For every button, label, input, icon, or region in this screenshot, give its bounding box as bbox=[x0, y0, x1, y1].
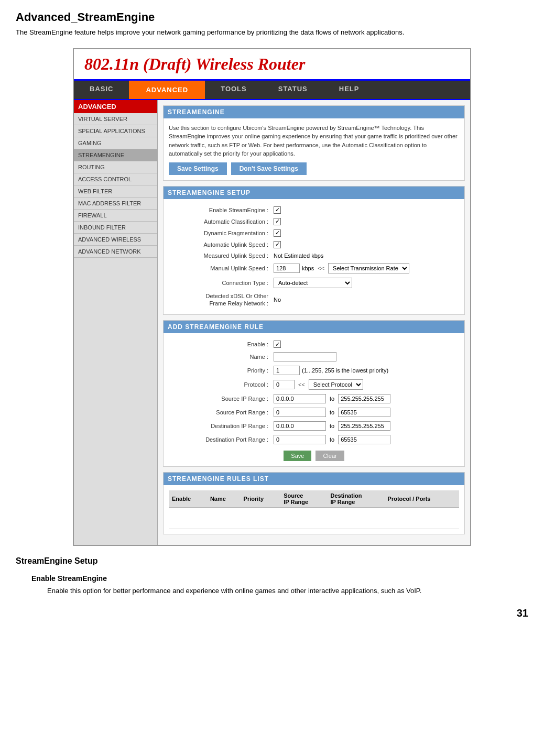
col-enable: Enable bbox=[169, 490, 207, 508]
measured-uplink-speed-text: Not Estimated kbps bbox=[274, 253, 323, 259]
sidebar-item-routing[interactable]: ROUTING bbox=[74, 161, 157, 173]
nav-help[interactable]: HELP bbox=[323, 81, 375, 99]
dest-ip-from-input[interactable] bbox=[274, 421, 326, 431]
rule-btn-row: Save Clear bbox=[169, 451, 459, 461]
sidebar-item-streamengine[interactable]: STREAMENGINE bbox=[74, 149, 157, 161]
rule-protocol-value: << Select Protocol bbox=[274, 379, 459, 390]
rule-enable-value bbox=[274, 341, 459, 348]
page-description: The StreamEngine feature helps improve y… bbox=[16, 27, 528, 38]
measured-uplink-speed-value: Not Estimated kbps bbox=[274, 253, 459, 259]
sidebar-item-advanced-wireless[interactable]: ADVANCED WIRELESS bbox=[74, 234, 157, 246]
transmission-rate-select[interactable]: Select Transmission Rate bbox=[328, 263, 409, 273]
nav-advanced[interactable]: ADVANCED bbox=[129, 81, 205, 99]
dest-ip-range-label: Destination IP Range : bbox=[169, 423, 274, 429]
enable-streamengine-value bbox=[274, 206, 459, 214]
detected-xdsl-label: Detected xDSL Or OtherFrame Relay Networ… bbox=[169, 292, 274, 308]
rule-enable-label: Enable : bbox=[169, 341, 274, 347]
setup-section: STREAMENGINE SETUP Enable StreamEngine :… bbox=[163, 186, 465, 315]
router-brand: 802.11n (Draft) Wireless Router bbox=[84, 54, 460, 74]
subsection-subtitle: Enable StreamEngine bbox=[31, 574, 528, 583]
source-ip-to-input[interactable] bbox=[338, 394, 390, 403]
auto-uplink-speed-checkbox[interactable] bbox=[274, 241, 281, 248]
main-layout: ADVANCED VIRTUAL SERVER SPECIAL APPLICAT… bbox=[74, 100, 470, 545]
source-port-range-label: Source Port Range : bbox=[169, 409, 274, 415]
save-settings-button[interactable]: Save Settings bbox=[169, 162, 227, 175]
nav-bar: BASIC ADVANCED TOOLS STATUS HELP bbox=[74, 81, 470, 100]
dest-port-to-input[interactable] bbox=[338, 435, 390, 444]
sidebar-item-web-filter[interactable]: WEB FILTER bbox=[74, 185, 157, 198]
sidebar-header: ADVANCED bbox=[74, 100, 157, 113]
rule-clear-button[interactable]: Clear bbox=[315, 451, 344, 461]
connection-type-label: Connection Type : bbox=[169, 280, 274, 286]
col-dest-ip: DestinationIP Range bbox=[327, 490, 384, 508]
detected-xdsl-value: No bbox=[274, 297, 459, 303]
rule-enable-checkbox[interactable] bbox=[274, 341, 281, 348]
auto-classification-row: Automatic Classification : bbox=[169, 216, 459, 227]
rules-table-body bbox=[169, 508, 459, 529]
dest-port-from-input[interactable] bbox=[274, 435, 326, 444]
dont-save-settings-button[interactable]: Don't Save Settings bbox=[231, 162, 307, 175]
streamengine-btn-row: Save Settings Don't Save Settings bbox=[169, 162, 459, 175]
empty-row bbox=[169, 508, 459, 529]
router-header: 802.11n (Draft) Wireless Router bbox=[74, 49, 470, 81]
measured-uplink-speed-row: Measured Uplink Speed : Not Estimated kb… bbox=[169, 250, 459, 261]
source-ip-range-row: Source IP Range : to bbox=[169, 392, 459, 406]
nav-status[interactable]: STATUS bbox=[263, 81, 323, 99]
manual-uplink-ll-label: << bbox=[318, 265, 324, 271]
col-priority: Priority bbox=[241, 490, 281, 508]
dynamic-fragmentation-checkbox[interactable] bbox=[274, 229, 281, 237]
sidebar-item-mac-address-filter[interactable]: MAC ADDRESS FILTER bbox=[74, 198, 157, 210]
auto-uplink-speed-label: Automatic Uplink Speed : bbox=[169, 242, 274, 248]
rule-protocol-row: Protocol : << Select Protocol bbox=[169, 377, 459, 392]
rule-save-button[interactable]: Save bbox=[284, 451, 311, 461]
dynamic-fragmentation-value bbox=[274, 229, 459, 237]
source-ip-from-input[interactable] bbox=[274, 394, 326, 403]
manual-uplink-speed-row: Manual Uplink Speed : kbps << Select Tra… bbox=[169, 261, 459, 276]
rule-name-row: Name : bbox=[169, 350, 459, 364]
rule-priority-note: (1...255, 255 is the lowest priority) bbox=[302, 367, 388, 374]
enable-streamengine-row: Enable StreamEngine : bbox=[169, 204, 459, 216]
sidebar-item-special-applications[interactable]: SPECIAL APPLICATIONS bbox=[74, 125, 157, 137]
enable-streamengine-checkbox[interactable] bbox=[274, 206, 281, 214]
dynamic-fragmentation-row: Dynamic Fragmentation : bbox=[169, 227, 459, 239]
dest-port-range-row: Destination Port Range : to bbox=[169, 433, 459, 446]
nav-tools[interactable]: TOOLS bbox=[205, 81, 263, 99]
source-port-from-input[interactable] bbox=[274, 408, 326, 417]
sidebar-item-access-control[interactable]: ACCESS CONTROL bbox=[74, 173, 157, 185]
measured-uplink-speed-label: Measured Uplink Speed : bbox=[169, 253, 274, 259]
detected-xdsl-row: Detected xDSL Or OtherFrame Relay Networ… bbox=[169, 290, 459, 310]
rule-name-input[interactable] bbox=[274, 352, 336, 361]
rules-table: Enable Name Priority SourceIP Range Dest… bbox=[169, 490, 459, 529]
protocol-select[interactable]: Select Protocol bbox=[309, 379, 363, 390]
add-rule-section: ADD STREAMENGINE RULE Enable : Name : bbox=[163, 320, 465, 467]
source-port-to-input[interactable] bbox=[338, 408, 390, 417]
rule-priority-row: Priority : (1...255, 255 is the lowest p… bbox=[169, 364, 459, 377]
dest-port-range-value: to bbox=[274, 435, 459, 444]
sidebar-item-gaming[interactable]: GAMING bbox=[74, 137, 157, 149]
auto-classification-label: Automatic Classification : bbox=[169, 218, 274, 225]
connection-type-select[interactable]: Auto-detect bbox=[274, 278, 352, 288]
streamengine-description: Use this section to configure Ubicom's S… bbox=[169, 124, 459, 158]
sidebar: ADVANCED VIRTUAL SERVER SPECIAL APPLICAT… bbox=[74, 100, 158, 545]
manual-uplink-speed-input[interactable] bbox=[274, 264, 300, 273]
dest-ip-to-input[interactable] bbox=[338, 421, 390, 431]
rule-protocol-input[interactable] bbox=[274, 380, 295, 389]
sidebar-item-inbound-filter[interactable]: INBOUND FILTER bbox=[74, 222, 157, 234]
sidebar-item-virtual-server[interactable]: VIRTUAL SERVER bbox=[74, 113, 157, 125]
streamengine-info-header: STREAMENGINE bbox=[164, 106, 464, 118]
source-ip-range-label: Source IP Range : bbox=[169, 396, 274, 402]
source-ip-range-value: to bbox=[274, 394, 459, 403]
page-number: 31 bbox=[16, 607, 528, 619]
dest-port-range-label: Destination Port Range : bbox=[169, 436, 274, 443]
rule-enable-row: Enable : bbox=[169, 338, 459, 350]
rule-priority-input[interactable] bbox=[274, 366, 300, 375]
col-name: Name bbox=[207, 490, 241, 508]
router-box: 802.11n (Draft) Wireless Router BASIC AD… bbox=[73, 48, 471, 546]
nav-basic[interactable]: BASIC bbox=[74, 81, 129, 99]
manual-uplink-speed-value: kbps << Select Transmission Rate bbox=[274, 263, 459, 273]
connection-type-row: Connection Type : Auto-detect bbox=[169, 276, 459, 290]
streamengine-info-section: STREAMENGINE Use this section to configu… bbox=[163, 105, 465, 181]
sidebar-item-advanced-network[interactable]: ADVANCED NETWORK bbox=[74, 246, 157, 258]
auto-classification-checkbox[interactable] bbox=[274, 218, 281, 225]
sidebar-item-firewall[interactable]: FIREWALL bbox=[74, 210, 157, 222]
